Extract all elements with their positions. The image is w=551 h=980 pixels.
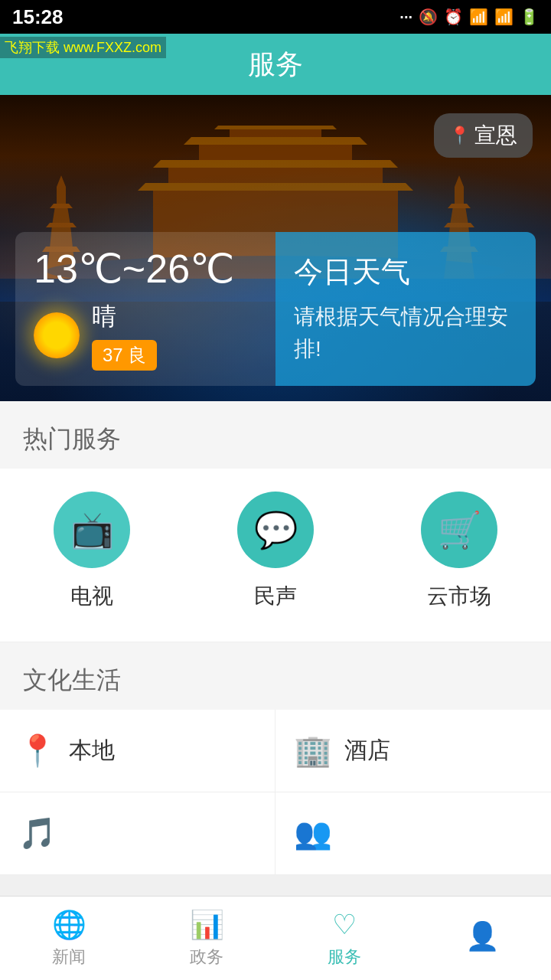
temperature-range: 13℃~26℃	[34, 247, 257, 291]
weather-left-panel: 13℃~26℃ 晴 37 良	[15, 232, 276, 386]
service-item-tv[interactable]: 📺 电视	[0, 492, 184, 611]
svg-marker-15	[214, 126, 337, 129]
culture-section-header: 文化生活	[0, 642, 551, 710]
culture-grid: 📍 本地 🏢 酒店 🎵 👥	[0, 710, 551, 875]
politics-label: 政务	[190, 946, 223, 969]
nav-item-service[interactable]: ♡ 服务	[276, 897, 413, 980]
svg-marker-18	[450, 206, 468, 225]
culture-section: 📍 本地 🏢 酒店 🎵 👥	[0, 710, 551, 875]
signal-dots: ···	[399, 8, 412, 26]
service-nav-label: 服务	[328, 946, 361, 969]
svg-marker-4	[57, 175, 66, 187]
tv-icon: 📺	[54, 492, 130, 568]
svg-marker-23	[448, 204, 471, 208]
local-label: 本地	[69, 735, 115, 766]
mute-icon: 🔕	[419, 8, 438, 26]
nav-item-profile[interactable]: 👤	[413, 897, 551, 980]
music-icon: 🎵	[18, 815, 57, 851]
voice-icon: 💬	[237, 492, 314, 568]
bottom-nav: 🌐 新闻 📊 政务 ♡ 服务 👤	[0, 896, 551, 980]
service-nav-icon: ♡	[332, 909, 357, 941]
weather-note: 请根据天气情况合理安排!	[294, 301, 517, 365]
today-weather-title: 今日天气	[294, 253, 517, 292]
hotel-icon: 🏢	[294, 733, 332, 769]
battery-icon: 🔋	[520, 8, 539, 26]
weather-condition: 晴	[92, 300, 157, 334]
nav-item-politics[interactable]: 📊 政务	[138, 897, 276, 980]
wifi-icon: 📶	[469, 8, 488, 26]
svg-marker-14	[184, 137, 367, 145]
culture-item-music[interactable]: 🎵	[0, 792, 276, 875]
svg-marker-12	[138, 183, 413, 191]
watermark: 飞翔下载 www.FXXZ.com	[0, 37, 166, 58]
culture-item-local[interactable]: 📍 本地	[0, 710, 276, 792]
market-icon: 🛒	[421, 492, 497, 568]
location-name: 宣恩	[474, 121, 517, 150]
aqi-badge: 37 良	[92, 340, 157, 371]
weather-right-panel: 今日天气 请根据天气情况合理安排!	[276, 232, 536, 386]
svg-rect-19	[455, 187, 464, 206]
condition-row: 晴 37 良	[34, 300, 257, 371]
status-time: 15:28	[12, 5, 64, 29]
local-icon: 📍	[18, 733, 57, 769]
news-label: 新闻	[52, 946, 86, 969]
svg-marker-7	[50, 204, 73, 208]
status-bar: 15:28 ··· 🔕 ⏰ 📶 📶 🔋	[0, 0, 551, 34]
service-tv-label: 电视	[70, 582, 113, 611]
svg-marker-2	[52, 206, 70, 225]
svg-marker-6	[46, 223, 77, 227]
service-voice-label: 民声	[254, 582, 297, 611]
sun-icon	[34, 312, 80, 358]
service-item-voice[interactable]: 💬 民声	[184, 492, 367, 611]
service-market-label: 云市场	[427, 582, 491, 611]
signal-icon: 📶	[494, 8, 514, 26]
alarm-icon: ⏰	[444, 8, 463, 26]
social-icon: 👥	[294, 815, 332, 851]
status-icons: ··· 🔕 ⏰ 📶 📶 🔋	[399, 8, 539, 26]
politics-icon: 📊	[190, 909, 224, 941]
culture-item-social[interactable]: 👥	[276, 792, 551, 875]
page-title: 服务	[248, 46, 303, 83]
service-item-market[interactable]: 🛒 云市场	[367, 492, 551, 611]
svg-marker-20	[455, 175, 464, 187]
weather-banner: 📍 宣恩 13℃~26℃ 晴 37 良 今日天气 请根据天气情况合理安排!	[0, 95, 551, 401]
location-pin-icon: 📍	[449, 126, 470, 145]
weather-card: 13℃~26℃ 晴 37 良 今日天气 请根据天气情况合理安排!	[15, 232, 536, 386]
news-icon: 🌐	[52, 909, 86, 941]
svg-marker-13	[153, 160, 398, 168]
svg-marker-22	[444, 223, 474, 227]
nav-item-news[interactable]: 🌐 新闻	[0, 897, 138, 980]
weather-desc: 晴 37 良	[92, 300, 157, 371]
hotel-label: 酒店	[344, 735, 390, 766]
location-badge[interactable]: 📍 宣恩	[434, 113, 533, 158]
profile-icon: 👤	[465, 920, 500, 952]
hot-services-header: 热门服务	[0, 401, 551, 469]
svg-rect-3	[57, 187, 66, 206]
hot-services-row: 📺 电视 💬 民声 🛒 云市场	[0, 469, 551, 642]
culture-item-hotel[interactable]: 🏢 酒店	[276, 710, 551, 792]
